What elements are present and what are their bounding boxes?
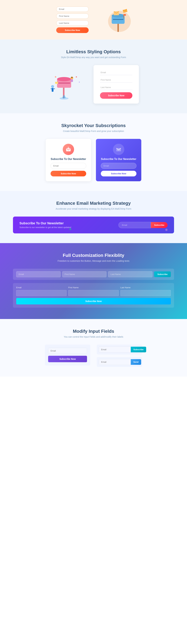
svg-rect-1 bbox=[117, 23, 119, 32]
svg-rect-8 bbox=[123, 9, 127, 13]
custom-email-input-2[interactable] bbox=[16, 290, 67, 296]
modify-subtitle: You can control the Input Fields and add… bbox=[13, 336, 174, 338]
svg-rect-12 bbox=[58, 82, 70, 84]
svg-point-14 bbox=[51, 85, 54, 88]
svg-rect-20 bbox=[71, 79, 73, 82]
custom-label-firstname: First Name bbox=[68, 286, 119, 289]
modify-card-left: Subscribe Now bbox=[45, 344, 90, 366]
card-light-subscribe-button[interactable]: Subscribe Now bbox=[51, 171, 86, 176]
limitless-firstname-input[interactable] bbox=[100, 77, 132, 82]
skyrocket-cards: Subscribe To Our Newsletter Subscribe No… bbox=[13, 139, 174, 181]
limitless-email-input[interactable] bbox=[100, 70, 132, 75]
dot-green bbox=[69, 228, 71, 230]
modify-subscribe-button-right-1[interactable]: Subscribe bbox=[131, 347, 146, 352]
card-light-email-input[interactable] bbox=[51, 163, 86, 169]
card-light-title: Subscribe To Our Newsletter bbox=[51, 158, 86, 160]
svg-rect-16 bbox=[51, 88, 52, 89]
enhance-form: Subscribe bbox=[118, 222, 167, 228]
enhance-subscribe-button[interactable]: Subscribe bbox=[151, 222, 167, 228]
dot-purple bbox=[165, 229, 167, 231]
enhance-banner: Subscribe To Our Newsletter Subscribe to… bbox=[13, 216, 174, 234]
hero-firstname-input[interactable] bbox=[56, 14, 89, 19]
enhance-section: Enhance Email Marketing Strategy Acceler… bbox=[0, 191, 187, 243]
svg-point-23 bbox=[79, 82, 80, 83]
modify-subscribe-button-left[interactable]: Subscribe Now bbox=[48, 356, 87, 362]
svg-rect-6 bbox=[123, 14, 126, 16]
skyrocket-title: Skyrocket Your Subscriptions bbox=[13, 123, 174, 128]
enhance-banner-title: Subscribe To Our Newsletter bbox=[20, 222, 71, 225]
limitless-illustration bbox=[48, 68, 84, 100]
custom-firstname-input-2[interactable] bbox=[68, 290, 119, 296]
modify-section: Modify Input Fields You can control the … bbox=[0, 319, 187, 376]
hero-lastname-input[interactable] bbox=[56, 20, 89, 26]
custom-subscribe-button-1[interactable]: Subscribe bbox=[154, 272, 171, 277]
custom-form-inputs bbox=[16, 290, 171, 296]
limitless-subtitle: Style EA MailChimp any way you want and … bbox=[13, 56, 174, 58]
svg-rect-17 bbox=[54, 88, 55, 89]
modify-input-row-1: Subscribe bbox=[97, 344, 142, 354]
limitless-lastname-input[interactable] bbox=[100, 85, 132, 90]
modify-send-button-right[interactable]: Send bbox=[131, 359, 141, 365]
svg-rect-4 bbox=[113, 19, 123, 20]
custom-subscribe-button-2[interactable]: Subscribe Now bbox=[16, 298, 171, 304]
limitless-section: Limitless Styling Options Style EA MailC… bbox=[0, 40, 187, 113]
svg-point-22 bbox=[55, 76, 56, 78]
custom-section: Full Customization Flexiblity Freedom to… bbox=[0, 243, 187, 319]
hero-illustration bbox=[98, 7, 131, 33]
custom-firstname-input-1[interactable] bbox=[62, 271, 107, 277]
custom-form-labels: Email First Name Last Name bbox=[16, 286, 171, 289]
skyrocket-section: Skyrocket Your Subscriptions Create beau… bbox=[0, 113, 187, 191]
hero-email-input[interactable] bbox=[56, 6, 89, 12]
card-dark-email-input[interactable] bbox=[101, 163, 136, 169]
skyrocket-card-dark: Subscribe To Our Newsletter Subscribe No… bbox=[96, 139, 141, 181]
limitless-form-card: Subscribe Now bbox=[94, 65, 139, 104]
modify-input-row-2: Send bbox=[97, 357, 142, 367]
modify-email-input-right-2[interactable] bbox=[99, 359, 131, 365]
enhance-email-input[interactable] bbox=[118, 222, 151, 228]
limitless-title: Limitless Styling Options bbox=[13, 49, 174, 54]
custom-title: Full Customization Flexiblity bbox=[13, 253, 174, 258]
enhance-title: Enhance Email Marketing Strategy bbox=[13, 201, 174, 206]
limitless-subscribe-button[interactable]: Subscribe Now bbox=[100, 92, 132, 99]
custom-label-email: Email bbox=[16, 286, 67, 289]
hero-form: Subscribe Now bbox=[56, 6, 89, 33]
skyrocket-card-light: Subscribe To Our Newsletter Subscribe No… bbox=[46, 139, 91, 181]
modify-email-input-left[interactable] bbox=[48, 348, 87, 354]
enhance-banner-text: Subscribe To Our Newsletter Subscribe to… bbox=[20, 222, 71, 228]
svg-point-21 bbox=[76, 76, 77, 78]
card-dark-icon bbox=[113, 144, 124, 155]
modify-cards: Subscribe Now Subscribe Send bbox=[13, 344, 174, 367]
hero-section: Subscribe Now bbox=[0, 0, 187, 40]
custom-label-lastname: Last Name bbox=[120, 286, 171, 289]
enhance-banner-description: Subscribe to our newsletter to get all t… bbox=[20, 226, 71, 228]
custom-lastname-input-1[interactable] bbox=[108, 271, 152, 277]
hero-subscribe-button[interactable]: Subscribe Now bbox=[56, 27, 89, 33]
card-dark-title: Subscribe To Our Newsletter bbox=[101, 158, 136, 160]
custom-form-block2: Email First Name Last Name Subscribe Now bbox=[13, 283, 174, 308]
custom-subtitle: Freedom to customize the Button, Message… bbox=[13, 260, 174, 262]
custom-form-row1: Subscribe bbox=[13, 269, 174, 280]
modify-title: Modify Input Fields bbox=[13, 329, 174, 334]
skyrocket-subtitle: Create beautiful MailChimp Form and grow… bbox=[13, 130, 174, 132]
limitless-content: Subscribe Now bbox=[13, 65, 174, 104]
modify-card-right: Subscribe Send bbox=[97, 344, 142, 367]
custom-email-input-1[interactable] bbox=[16, 271, 61, 277]
modify-email-input-right-1[interactable] bbox=[99, 346, 131, 352]
svg-point-11 bbox=[57, 77, 71, 81]
card-dark-subscribe-button[interactable]: Subscribe Now bbox=[101, 171, 136, 176]
custom-lastname-input-2[interactable] bbox=[120, 290, 171, 296]
card-light-icon bbox=[63, 144, 74, 155]
enhance-subtitle: Accelerate your email marketing strategy… bbox=[13, 208, 174, 210]
